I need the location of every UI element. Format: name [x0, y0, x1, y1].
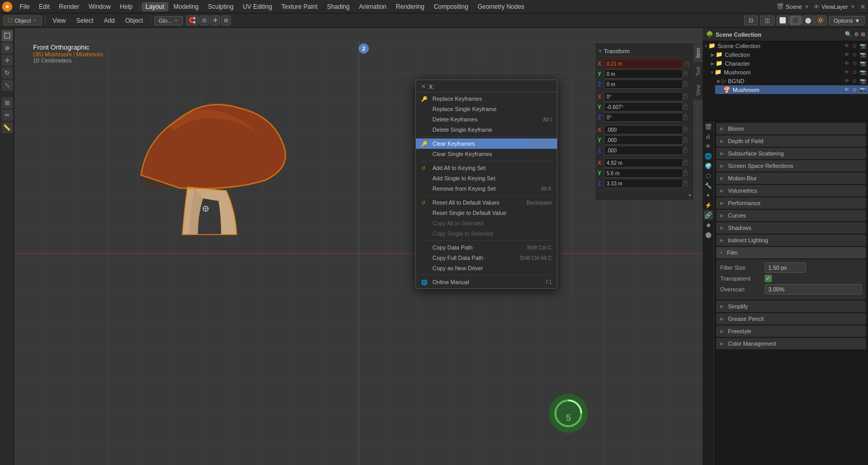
prop-particles-icon[interactable]: ✦ [704, 191, 713, 200]
prop-physics-icon[interactable]: ⚡ [704, 200, 713, 210]
context-delete-keyframes[interactable]: Delete Keyframes Alt I [416, 114, 557, 125]
dim-y-lock[interactable] [683, 169, 691, 177]
proportional-edit-btn[interactable]: ⊙ [199, 16, 209, 25]
viewlayer-name[interactable]: ViewLayer [822, 4, 848, 10]
menu-file[interactable]: File [16, 2, 34, 11]
prop-world-icon[interactable]: 🌍 [704, 161, 713, 171]
workspace-rendering[interactable]: Rendering [392, 2, 428, 11]
menu-help[interactable]: Help [116, 2, 137, 11]
viewport-shading[interactable]: Glo... ▼ [154, 16, 183, 25]
item-tab[interactable]: Item [694, 43, 703, 62]
menu-select-3d[interactable]: Select [72, 16, 98, 25]
context-delete-single-keyframe[interactable]: Delete Single Keyframe [416, 125, 557, 135]
mush-obj-render[interactable]: 📷 [860, 87, 866, 92]
scene-col-eye[interactable]: 👁 [844, 43, 849, 49]
dim-z-field[interactable]: 3.33 m [604, 179, 683, 188]
blender-logo[interactable] [2, 2, 12, 12]
scene-col-select[interactable]: ⊙ [853, 43, 857, 49]
mode-selector[interactable]: ⬡ Object ▼ [3, 16, 42, 25]
scale-btn[interactable]: ⤡ [2, 80, 13, 91]
context-reset-single-default[interactable]: Reset Single to Default Value [416, 208, 557, 218]
motion-blur-btn[interactable]: ▶ Motion Blur [716, 173, 866, 184]
cursor-btn[interactable]: ⊕ [2, 42, 13, 54]
close-icon[interactable]: ✕ [860, 3, 866, 11]
mush-obj-eye[interactable]: 👁 [844, 87, 849, 92]
transform-btn[interactable]: ⊞ [2, 97, 13, 109]
rendered-btn[interactable]: 🔆 [814, 16, 827, 25]
rot-x-lock[interactable] [683, 93, 691, 100]
workspace-geometry-nodes[interactable]: Geometry Nodes [473, 2, 529, 11]
performance-btn[interactable]: ▶ Performance [716, 197, 866, 209]
shadows-btn[interactable]: ▶ Shadows [716, 222, 866, 234]
rot-y-lock[interactable] [683, 103, 691, 111]
filter-size-value[interactable]: 1.50 px [765, 262, 806, 273]
annotate-btn[interactable]: ✏ [2, 110, 13, 121]
menu-window[interactable]: Window [84, 2, 115, 11]
color-management-btn[interactable]: ▶ Color Management [716, 338, 866, 349]
xray-btn[interactable]: ◫ [760, 16, 774, 25]
char-render[interactable]: 📷 [860, 60, 866, 66]
outliner-mushroom-group[interactable]: ▾ 📁 Mushroom 👁 ⊙ 📷 [709, 68, 868, 76]
grease-pencil-btn[interactable]: ▶ Grease Pencil [716, 313, 866, 324]
context-copy-data-path[interactable]: Copy Data Path Shift Ctrl C [416, 242, 557, 253]
scale-y-field[interactable]: .000 [604, 135, 683, 145]
context-clear-single-keyframes[interactable]: Clear Single Keyframes [416, 149, 557, 159]
workspace-animation[interactable]: Animation [355, 2, 391, 11]
scale-z-lock[interactable] [683, 147, 691, 154]
char-select[interactable]: ⊙ [853, 60, 857, 66]
mush-obj-select[interactable]: ⊙ [853, 87, 857, 92]
snap-btn[interactable]: 🧲 [186, 16, 198, 25]
bgnd-select[interactable]: ⊙ [853, 78, 857, 84]
col-select[interactable]: ⊙ [853, 52, 857, 57]
transform-orient-btn[interactable]: ⊘ [221, 16, 231, 25]
volumetrics-btn[interactable]: ▶ Volumetrics [716, 185, 866, 196]
scale-z-field[interactable]: .000 [604, 146, 683, 155]
scene-name[interactable]: Scene [786, 4, 802, 10]
options-btn[interactable]: Options ▼ [829, 16, 865, 25]
location-x-field[interactable]: 0.21 m [604, 59, 683, 68]
scale-x-lock[interactable] [683, 126, 691, 133]
rot-z-lock[interactable] [683, 114, 691, 121]
prop-output-icon[interactable]: 🖨 [704, 132, 713, 141]
rotation-z-field[interactable]: 0° [604, 113, 683, 122]
indirect-lighting-btn[interactable]: ▶ Indirect Lighting [716, 235, 866, 246]
workspace-uv-editing[interactable]: UV Editing [239, 2, 276, 11]
solid-btn[interactable]: ⬛ [789, 16, 802, 25]
rotation-x-field[interactable]: 0° [604, 92, 683, 101]
context-add-all-keying[interactable]: ↺ Add All to Keying Set [416, 163, 557, 173]
scale-y-lock[interactable] [683, 136, 691, 144]
context-replace-single-keyframe[interactable]: Replace Single Keyframe [416, 104, 557, 114]
move-btn[interactable]: ✛ [2, 55, 13, 66]
loc-x-lock[interactable] [683, 60, 691, 67]
loc-z-lock[interactable] [683, 81, 691, 88]
outliner-collection[interactable]: ▶ 📁 Collection 👁 ⊙ 📷 [709, 50, 868, 59]
bgnd-eye[interactable]: 👁 [844, 78, 849, 84]
film-btn[interactable]: ▾ Film [716, 247, 866, 258]
select-box-btn[interactable] [2, 30, 13, 41]
context-remove-keying[interactable]: Remove from Keying Set Alt K [416, 183, 557, 194]
outliner-search-icon[interactable]: 🔍 [845, 31, 852, 38]
prop-constraints-icon[interactable]: 🔗 [704, 210, 713, 220]
scene-col-render[interactable]: 📷 [860, 43, 866, 49]
outliner-mushroom-obj[interactable]: 🍄 Mushroom 👁 ⊙ 📷 [715, 85, 868, 94]
dim-z-lock[interactable] [683, 180, 691, 187]
prop-scene-icon[interactable]: 🌐 [704, 151, 713, 161]
view-tab[interactable]: View [694, 81, 703, 100]
workspace-sculpting[interactable]: Sculpting [204, 2, 238, 11]
workspace-compositing[interactable]: Compositing [429, 2, 472, 11]
sss-btn[interactable]: ▶ Subsurface Scattering [716, 148, 866, 159]
transparent-checkbox[interactable]: ✓ [765, 275, 772, 282]
simplify-btn[interactable]: ▶ Simplify [716, 301, 866, 312]
dim-x-field[interactable]: 4.92 m [604, 158, 683, 167]
scale-x-field[interactable]: .000 [604, 125, 683, 134]
rotate-btn[interactable]: ↻ [2, 67, 13, 79]
location-z-field[interactable]: 0 m [604, 80, 683, 89]
ssr-btn[interactable]: ▶ Screen Space Reflections [716, 160, 866, 172]
mush-group-render[interactable]: 📷 [860, 69, 866, 75]
prop-object-data-icon[interactable]: ◆ [704, 220, 713, 229]
prop-material-icon[interactable]: ⬤ [704, 230, 713, 239]
bloom-section-btn[interactable]: ▶ Bloom [716, 123, 866, 134]
col-render[interactable]: 📷 [860, 52, 866, 57]
prop-render-icon[interactable]: 🎬 [704, 122, 713, 131]
measure-btn[interactable]: 📏 [2, 122, 13, 133]
